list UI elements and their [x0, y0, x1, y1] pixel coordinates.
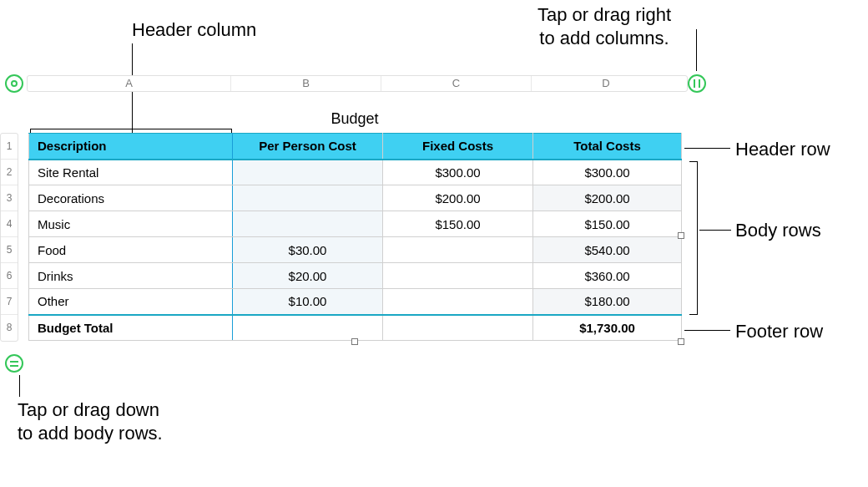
cell-total[interactable]: $540.00	[533, 237, 682, 263]
cell-per-person[interactable]	[233, 185, 383, 211]
row-number[interactable]: 2	[1, 160, 18, 185]
callout-line1: Tap or drag right	[537, 4, 671, 25]
add-columns-handle[interactable]	[688, 74, 706, 93]
callout-line2: to add columns.	[539, 28, 669, 48]
cell-description[interactable]: Site Rental	[29, 160, 233, 185]
footer-cell-fixed[interactable]	[383, 315, 533, 341]
cell-total[interactable]: $300.00	[533, 160, 682, 185]
table-title[interactable]: Budget	[28, 110, 681, 128]
callout-add-columns: Tap or drag right to add columns.	[521, 3, 688, 49]
callout-body-rows: Body rows	[735, 219, 821, 242]
table-origin-handle[interactable]	[5, 74, 23, 93]
callout-line2: to add body rows.	[18, 423, 163, 444]
callout-header-column: Header column	[132, 18, 256, 42]
cell-total[interactable]: $200.00	[533, 185, 682, 211]
callout-header-row: Header row	[735, 138, 830, 161]
selection-handle[interactable]	[678, 338, 684, 345]
table-row[interactable]: Site Rental $300.00 $300.00	[29, 160, 682, 185]
cell-per-person[interactable]	[233, 211, 383, 237]
callout-add-rows: Tap or drag down to add body rows.	[18, 398, 163, 444]
cell-fixed[interactable]: $300.00	[383, 160, 533, 185]
column-header-D[interactable]: D	[532, 76, 680, 91]
cell-per-person[interactable]	[233, 160, 383, 185]
footer-cell-description[interactable]: Budget Total	[29, 315, 233, 341]
row-number[interactable]: 7	[1, 289, 18, 315]
bracket-body-rows	[689, 161, 698, 315]
leader-line	[684, 148, 730, 149]
row-number[interactable]: 4	[1, 211, 18, 237]
table-row[interactable]: Other $10.00 $180.00	[29, 289, 682, 315]
column-header-A[interactable]: A	[28, 76, 231, 91]
cell-total[interactable]: $360.00	[533, 263, 682, 289]
cell-fixed[interactable]	[383, 237, 533, 263]
cell-description[interactable]: Other	[29, 289, 233, 315]
footer-cell-per-person[interactable]	[233, 315, 383, 341]
cell-description[interactable]: Music	[29, 211, 233, 237]
callout-line1: Tap or drag down	[18, 399, 159, 420]
table-row[interactable]: Decorations $200.00 $200.00	[29, 185, 682, 211]
cell-description[interactable]: Drinks	[29, 263, 233, 289]
cell-per-person[interactable]: $10.00	[233, 289, 383, 315]
selection-handle[interactable]	[678, 232, 684, 239]
header-cell-per-person[interactable]: Per Person Cost	[233, 134, 383, 160]
add-rows-handle[interactable]	[5, 354, 23, 373]
table-row[interactable]: Food $30.00 $540.00	[29, 237, 682, 263]
row-number-bar[interactable]: 1 2 3 4 5 6 7 8	[0, 133, 18, 342]
selection-handle[interactable]	[351, 338, 358, 345]
header-cell-fixed[interactable]: Fixed Costs	[383, 134, 533, 160]
row-number[interactable]: 6	[1, 263, 18, 289]
cell-fixed[interactable]: $150.00	[383, 211, 533, 237]
leader-line	[699, 230, 731, 231]
header-cell-description[interactable]: Description	[29, 134, 233, 160]
cell-fixed[interactable]	[383, 263, 533, 289]
cell-fixed[interactable]	[383, 289, 533, 315]
callout-footer-row: Footer row	[735, 320, 823, 343]
row-number[interactable]: 3	[1, 185, 18, 211]
footer-cell-total[interactable]: $1,730.00	[533, 315, 682, 341]
cell-total[interactable]: $180.00	[533, 289, 682, 315]
leader-line	[684, 330, 730, 331]
row-number[interactable]: 8	[1, 315, 18, 341]
leader-line	[19, 375, 20, 397]
row-number[interactable]: 5	[1, 237, 18, 263]
column-header-bar[interactable]: A B C D	[27, 75, 688, 92]
cell-description[interactable]: Food	[29, 237, 233, 263]
column-header-B[interactable]: B	[231, 76, 381, 91]
cell-per-person[interactable]: $20.00	[233, 263, 383, 289]
header-row[interactable]: Description Per Person Cost Fixed Costs …	[29, 134, 682, 160]
leader-line	[696, 29, 697, 71]
column-header-C[interactable]: C	[381, 76, 532, 91]
table-row[interactable]: Drinks $20.00 $360.00	[29, 263, 682, 289]
cell-per-person[interactable]: $30.00	[233, 237, 383, 263]
table-row[interactable]: Music $150.00 $150.00	[29, 211, 682, 237]
cell-total[interactable]: $150.00	[533, 211, 682, 237]
cell-fixed[interactable]: $200.00	[383, 185, 533, 211]
header-cell-total[interactable]: Total Costs	[533, 134, 682, 160]
footer-row[interactable]: Budget Total $1,730.00	[29, 315, 682, 341]
budget-table[interactable]: Description Per Person Cost Fixed Costs …	[28, 133, 682, 341]
cell-description[interactable]: Decorations	[29, 185, 233, 211]
row-number[interactable]: 1	[1, 134, 18, 160]
